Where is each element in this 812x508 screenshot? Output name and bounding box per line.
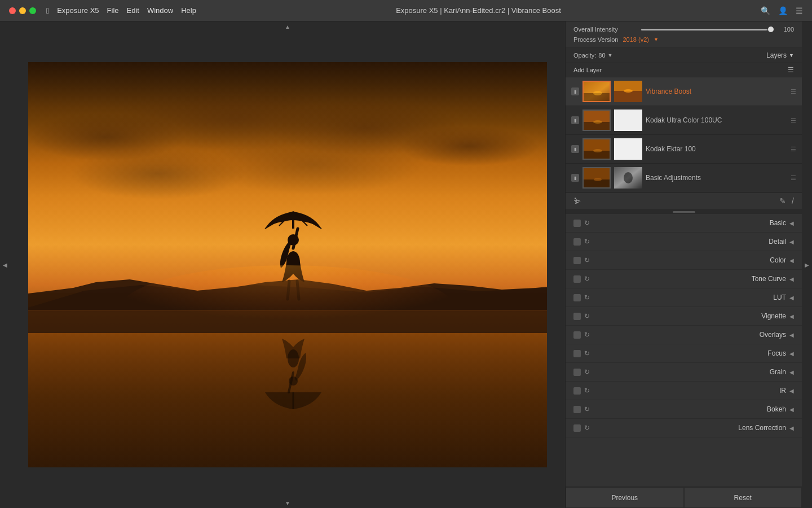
window-menu[interactable]: Window bbox=[147, 6, 173, 15]
adj-color-arrow-icon: ◀ bbox=[789, 257, 794, 264]
adj-overlays[interactable]: ↻ Overlays ◀ bbox=[566, 326, 802, 344]
adj-lut-reset-icon[interactable]: ↻ bbox=[584, 294, 590, 301]
adj-focus-reset-icon[interactable]: ↻ bbox=[584, 349, 590, 357]
previous-button[interactable]: Previous bbox=[566, 487, 684, 508]
adj-bokeh-reset-icon[interactable]: ↻ bbox=[584, 405, 590, 413]
adj-lens-correction-reset-icon[interactable]: ↻ bbox=[584, 424, 590, 432]
adj-color-reset-icon[interactable]: ↻ bbox=[584, 256, 590, 264]
adj-detail[interactable]: ↻ Detail ◀ bbox=[566, 233, 802, 251]
edit-menu[interactable]: Edit bbox=[127, 6, 139, 15]
avatar-icon[interactable]: 👤 bbox=[778, 6, 788, 15]
layer-menu-icon[interactable]: ☰ bbox=[791, 117, 796, 124]
adj-focus-checkbox[interactable] bbox=[573, 350, 581, 357]
eraser-tool[interactable]: / bbox=[792, 196, 794, 205]
adj-lens-correction[interactable]: ↻ Lens Correction ◀ bbox=[566, 419, 802, 437]
bottom-arrow[interactable]: ▼ bbox=[10, 498, 565, 508]
adj-focus[interactable]: ↻ Focus ◀ bbox=[566, 344, 802, 363]
layers-label: Layers bbox=[766, 51, 787, 59]
menu-icon[interactable]: ☰ bbox=[796, 6, 803, 15]
adj-detail-label: Detail bbox=[595, 238, 786, 246]
fullscreen-button[interactable] bbox=[29, 7, 36, 14]
file-menu[interactable]: File bbox=[107, 6, 119, 15]
photo-area: ▲ bbox=[10, 21, 565, 508]
svg-point-17 bbox=[624, 89, 633, 93]
intensity-slider-track[interactable] bbox=[641, 29, 774, 30]
adj-ir-checkbox[interactable] bbox=[573, 387, 581, 395]
layer-thumbnail-main bbox=[582, 81, 611, 102]
panel-top-settings: Overall Intensity 100 Process Version 20… bbox=[566, 21, 802, 48]
process-version-value[interactable]: 2018 (v2) bbox=[623, 36, 648, 43]
adj-grain-reset-icon[interactable]: ↻ bbox=[584, 368, 590, 376]
window-title: Exposure X5 | KariAnn-Edited.cr2 | Vibra… bbox=[396, 6, 561, 15]
brush-tool[interactable]: ✎ bbox=[779, 196, 786, 205]
adj-ir-reset-icon[interactable]: ↻ bbox=[584, 387, 590, 395]
layers-list: ▮ bbox=[566, 77, 802, 192]
help-menu[interactable]: Help bbox=[181, 6, 196, 15]
adj-detail-checkbox[interactable] bbox=[573, 238, 581, 246]
layer-menu-icon[interactable]: ☰ bbox=[791, 174, 796, 182]
adj-vignette[interactable]: ↻ Vignette ◀ bbox=[566, 307, 802, 326]
adj-basic[interactable]: ↻ Basic ◀ bbox=[566, 214, 802, 233]
layer-visibility-toggle[interactable]: ▮ bbox=[571, 145, 579, 153]
layers-chevron-icon[interactable]: ▼ bbox=[789, 52, 794, 58]
intensity-slider-thumb[interactable] bbox=[768, 27, 774, 32]
layer-thumbnail-main bbox=[582, 110, 611, 131]
layer-thumbnail-main bbox=[582, 167, 611, 189]
layer-item[interactable]: ▮ bbox=[566, 164, 802, 192]
left-panel-toggle[interactable]: ◀ bbox=[0, 21, 10, 508]
adj-vignette-checkbox[interactable] bbox=[573, 313, 581, 320]
paint-tools: ✎ / bbox=[779, 196, 794, 205]
layer-item[interactable]: ▮ bbox=[566, 77, 802, 106]
adj-tone-curve-reset-icon[interactable]: ↻ bbox=[584, 275, 590, 283]
adj-bokeh-label: Bokeh bbox=[595, 405, 786, 413]
process-chevron-icon[interactable]: ▼ bbox=[654, 37, 659, 42]
opacity-value[interactable]: 80 bbox=[598, 52, 605, 59]
layer-menu-icon[interactable]: ☰ bbox=[791, 88, 796, 95]
app-name-menu[interactable]: Exposure X5 bbox=[57, 6, 99, 15]
adj-color-checkbox[interactable] bbox=[573, 257, 581, 264]
opacity-chevron-icon[interactable]: ▼ bbox=[608, 52, 613, 58]
adj-detail-reset-icon[interactable]: ↻ bbox=[584, 238, 590, 246]
adj-bokeh[interactable]: ↻ Bokeh ◀ bbox=[566, 400, 802, 419]
adj-basic-reset-icon[interactable]: ↻ bbox=[584, 219, 590, 227]
reset-button[interactable]: Reset bbox=[684, 487, 802, 508]
layer-name: Kodak Ultra Color 100UC bbox=[646, 116, 787, 124]
adj-lens-correction-checkbox[interactable] bbox=[573, 424, 581, 432]
adj-lut[interactable]: ↻ LUT ◀ bbox=[566, 288, 802, 307]
top-arrow[interactable]: ▲ bbox=[10, 21, 565, 32]
apple-icon[interactable]:  bbox=[46, 6, 49, 15]
search-icon[interactable]: 🔍 bbox=[761, 6, 770, 15]
layer-visibility-toggle[interactable]: ▮ bbox=[571, 116, 579, 124]
adj-detail-arrow-icon: ◀ bbox=[789, 239, 794, 245]
layer-item[interactable]: ▮ Kodak Ektar 100 ☰ bbox=[566, 135, 802, 164]
adj-grain-checkbox[interactable] bbox=[573, 369, 581, 376]
adj-bokeh-checkbox[interactable] bbox=[573, 406, 581, 413]
add-layer-button[interactable]: Add Layer bbox=[573, 67, 602, 73]
crop-tool[interactable]: ⛷ bbox=[573, 196, 581, 205]
layer-name: Vibrance Boost bbox=[646, 87, 787, 95]
layer-menu-icon[interactable]: ☰ bbox=[791, 146, 796, 153]
panel-divider[interactable] bbox=[566, 209, 802, 214]
adj-tone-curve-arrow-icon: ◀ bbox=[789, 276, 794, 282]
adj-tone-curve-checkbox[interactable] bbox=[573, 275, 581, 283]
layer-item[interactable]: ▮ Kodak Ultra Color 100UC ☰ bbox=[566, 106, 802, 135]
minimize-button[interactable] bbox=[19, 7, 26, 14]
adj-vignette-reset-icon[interactable]: ↻ bbox=[584, 312, 590, 320]
photo-frame[interactable] bbox=[28, 62, 547, 467]
layer-name: Basic Adjustments bbox=[646, 174, 787, 182]
close-button[interactable] bbox=[9, 7, 16, 14]
adj-basic-checkbox[interactable] bbox=[573, 220, 581, 227]
adj-color[interactable]: ↻ Color ◀ bbox=[566, 251, 802, 270]
layer-preset-thumbnail bbox=[614, 138, 642, 160]
right-panel-toggle[interactable]: ▶ bbox=[802, 21, 812, 508]
adj-lut-checkbox[interactable] bbox=[573, 294, 581, 301]
adj-overlays-reset-icon[interactable]: ↻ bbox=[584, 331, 590, 339]
adj-tone-curve[interactable]: ↻ Tone Curve ◀ bbox=[566, 270, 802, 288]
layer-visibility-toggle[interactable]: ▮ bbox=[571, 87, 579, 95]
layer-preset-thumbnail bbox=[614, 81, 642, 102]
adj-grain[interactable]: ↻ Grain ◀ bbox=[566, 363, 802, 382]
add-layer-menu-icon[interactable]: ☰ bbox=[788, 66, 794, 74]
layer-visibility-toggle[interactable]: ▮ bbox=[571, 174, 579, 182]
adj-ir[interactable]: ↻ IR ◀ bbox=[566, 382, 802, 400]
adj-overlays-checkbox[interactable] bbox=[573, 331, 581, 339]
